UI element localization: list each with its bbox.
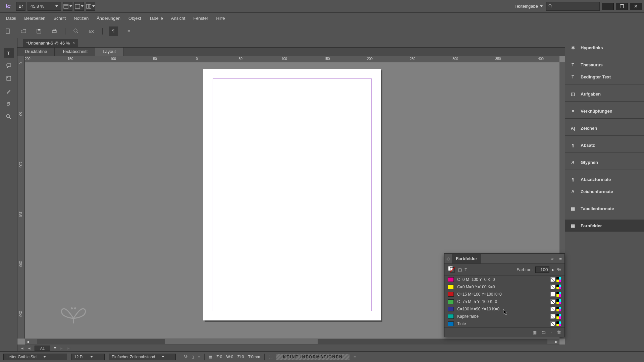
- swatch-row[interactable]: C=0 M=100 Y=0 K=0: [444, 276, 565, 283]
- position-tool-icon[interactable]: [4, 74, 14, 83]
- view-options-button[interactable]: [63, 2, 72, 11]
- font-family-dropdown[interactable]: Letter Gothic Std: [3, 354, 67, 360]
- menu-notizen[interactable]: Notizen: [70, 14, 93, 23]
- fill-stroke-icon[interactable]: [448, 266, 455, 274]
- svg-point-5: [549, 4, 551, 7]
- font-size-dropdown[interactable]: 12 Pt: [71, 354, 105, 360]
- panel-thesaurus[interactable]: TThesaurus: [565, 59, 644, 71]
- panel-conditional-text[interactable]: TBedingter Text: [565, 71, 644, 83]
- new-icon[interactable]: [3, 26, 13, 36]
- panel-links[interactable]: ⚭Verknüpfungen: [565, 105, 644, 117]
- ruler-horizontal[interactable]: 200 150 100 50 0 50 100 150 200 250 300 …: [25, 56, 559, 62]
- find-icon[interactable]: [71, 26, 81, 36]
- panel-glyphs[interactable]: AGlyphen: [565, 156, 644, 168]
- swatch-row[interactable]: Tinte: [444, 320, 565, 327]
- menu-tabelle[interactable]: Tabelle: [145, 14, 167, 23]
- panel-character-styles[interactable]: AZeichenformate: [565, 185, 644, 197]
- search-input[interactable]: [546, 2, 600, 11]
- hyperlinks-icon: ✱: [569, 44, 577, 51]
- new-gradient-swatch-icon[interactable]: ▦: [533, 330, 537, 335]
- ruler-origin[interactable]: [17, 56, 25, 62]
- eyedropper-tool-icon[interactable]: [4, 86, 14, 96]
- menu-icon[interactable]: ≡: [124, 26, 133, 36]
- page-field[interactable]: A1: [35, 346, 50, 351]
- leading-dropdown[interactable]: Einfacher Zeilenabstand: [109, 354, 176, 360]
- hand-tool-icon[interactable]: [4, 99, 14, 109]
- menu-icon[interactable]: ≡: [198, 355, 200, 359]
- chevron-down-icon[interactable]: [54, 347, 56, 349]
- panel-table-styles[interactable]: ▦Tabellenformate: [565, 202, 644, 215]
- panel-paragraph-styles[interactable]: ¶Absatzformate: [565, 173, 644, 185]
- horizontal-scrollbar[interactable]: ◄ ►: [25, 339, 559, 345]
- print-icon[interactable]: [50, 26, 59, 36]
- conditional-text-icon: T: [569, 73, 577, 80]
- scroll-right-icon[interactable]: ►: [553, 339, 559, 344]
- panel-hyperlinks[interactable]: ✱Hyperlinks: [565, 42, 644, 54]
- ruler-vertical[interactable]: 0 50 100 150 200 250: [17, 62, 25, 339]
- formatting-container-icon[interactable]: ▢: [458, 267, 462, 272]
- formatting-text-icon[interactable]: T: [465, 267, 467, 272]
- swatches-panel-title[interactable]: Farbfelder: [452, 254, 481, 263]
- panel-collapse-button[interactable]: »: [548, 256, 556, 261]
- panel-character[interactable]: A|Zeichen: [565, 122, 644, 134]
- next-page-icon[interactable]: ►: [60, 346, 63, 350]
- new-swatch-icon[interactable]: ▫: [550, 330, 552, 335]
- menu-ansicht[interactable]: Ansicht: [167, 14, 190, 23]
- swatch-row[interactable]: C=75 M=5 Y=100 K=0: [444, 298, 565, 305]
- bridge-button[interactable]: Br: [16, 2, 25, 11]
- stats-icon[interactable]: ▤: [209, 355, 212, 359]
- spellcheck-icon[interactable]: abc: [87, 26, 96, 36]
- view-tab-galley[interactable]: Druckfahne: [17, 48, 55, 56]
- column-icon[interactable]: ½: [184, 355, 187, 359]
- minimize-button[interactable]: —: [602, 3, 614, 10]
- close-icon[interactable]: ×: [72, 41, 75, 45]
- swatch-row[interactable]: Kapitelfarbe: [444, 313, 565, 320]
- first-page-icon[interactable]: |◄: [19, 346, 24, 350]
- tint-input[interactable]: [535, 266, 549, 273]
- delete-swatch-icon[interactable]: 🗑: [557, 330, 561, 335]
- last-page-icon[interactable]: ►|: [67, 346, 71, 350]
- arrange-button[interactable]: [86, 2, 95, 11]
- screen-mode-button[interactable]: [74, 2, 84, 11]
- align-icon[interactable]: ▯: [192, 355, 194, 359]
- note-tool-icon[interactable]: [4, 61, 14, 70]
- text-frame[interactable]: [213, 78, 372, 311]
- page[interactable]: [203, 69, 381, 320]
- maximize-button[interactable]: ❐: [616, 3, 628, 10]
- tint-slider-icon[interactable]: ▸: [552, 267, 554, 272]
- prev-page-icon[interactable]: ◄: [28, 346, 31, 350]
- view-tab-story[interactable]: Textabschnitt: [55, 48, 95, 56]
- panel-menu-icon[interactable]: ≡: [556, 256, 565, 261]
- menu-schrift[interactable]: Schrift: [49, 14, 70, 23]
- new-swatch-group-icon[interactable]: 🗀: [541, 330, 546, 335]
- swatch-row[interactable]: C=100 M=90 Y=10 K=0: [444, 305, 565, 313]
- menu-aenderungen[interactable]: Änderungen: [93, 14, 124, 23]
- swatch-row[interactable]: C=15 M=100 Y=100 K=0: [444, 291, 565, 298]
- swatch-list[interactable]: C=0 M=100 Y=0 K=0C=0 M=0 Y=100 K=0C=15 M…: [444, 276, 565, 327]
- menu-hilfe[interactable]: Hilfe: [212, 14, 229, 23]
- panel-assignments[interactable]: ◫Aufgaben: [565, 88, 644, 100]
- panel-collapse-icon[interactable]: ◇: [444, 256, 452, 261]
- menu-objekt[interactable]: Objekt: [124, 14, 145, 23]
- save-icon[interactable]: [34, 26, 44, 36]
- type-tool-icon[interactable]: T: [4, 48, 14, 58]
- chevron-down-icon[interactable]: [540, 5, 543, 7]
- zoom-dropdown[interactable]: 45,8 %: [28, 2, 61, 11]
- panel-paragraph[interactable]: ¶Absatz: [565, 139, 644, 151]
- options-icon[interactable]: ≡: [354, 355, 356, 359]
- document-tab[interactable]: *Unbenannt-6 @ 46 % ×: [23, 39, 78, 47]
- chevron-down-icon: [92, 5, 95, 7]
- swatch-row[interactable]: C=0 M=0 Y=100 K=0: [444, 283, 565, 291]
- close-button[interactable]: ✕: [630, 3, 642, 10]
- menu-fenster[interactable]: Fenster: [189, 14, 212, 23]
- view-tab-layout[interactable]: Layout: [95, 48, 123, 56]
- zoom-tool-icon[interactable]: [4, 112, 14, 121]
- pilcrow-icon[interactable]: ¶: [109, 26, 118, 36]
- open-icon[interactable]: [19, 26, 28, 36]
- scrollbar-thumb[interactable]: [165, 339, 318, 344]
- info-icon[interactable]: ⬚: [269, 355, 272, 359]
- menu-bearbeiten[interactable]: Bearbeiten: [20, 14, 49, 23]
- menu-datei[interactable]: Datei: [2, 14, 20, 23]
- panel-swatches[interactable]: ▦Farbfelder: [565, 220, 644, 232]
- scroll-left-icon[interactable]: ◄: [25, 339, 31, 344]
